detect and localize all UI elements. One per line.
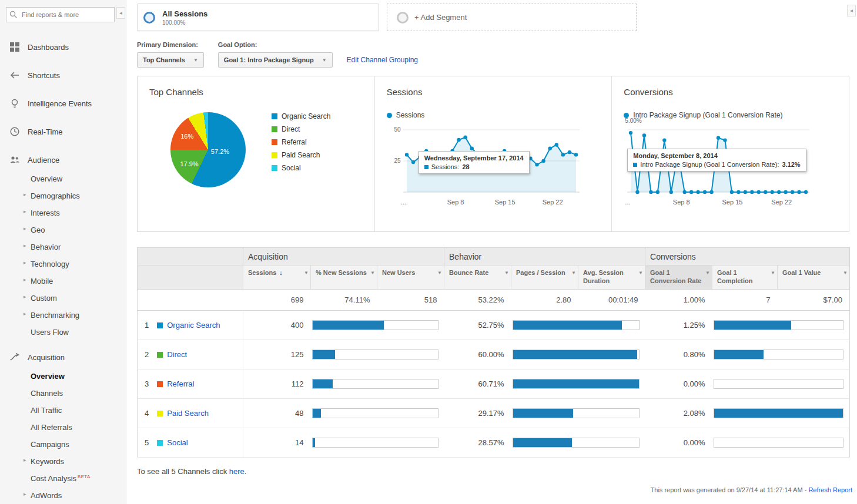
column-header-goal-conversion-rate[interactable]: Goal 1 Conversion Rate▼	[645, 266, 712, 290]
total-sessions: 699	[243, 289, 311, 310]
legend-swatch	[272, 126, 277, 132]
sidebar-item-shortcuts[interactable]: Shortcuts	[0, 61, 126, 89]
add-segment-label: + Add Segment	[414, 13, 467, 22]
sidebar-item-label: Shortcuts	[28, 71, 60, 80]
conversion-rate-value: 0.00%	[645, 369, 712, 398]
shortcuts-icon	[9, 70, 20, 80]
channel-color-swatch	[157, 322, 163, 328]
column-header-new-sessions[interactable]: % New Sessions▼	[311, 266, 377, 290]
x-axis: ... Sep 8 Sep 15 Sep 22	[627, 198, 809, 206]
chevron-down-icon: ▼	[437, 270, 442, 276]
legend-dot-icon	[387, 113, 392, 118]
table-row: 3Referral 112 60.71% 0.00%	[138, 369, 850, 398]
channel-link[interactable]: Direct	[167, 350, 187, 359]
pie-legend: Organic Search Direct Referral Paid Sear…	[272, 110, 330, 187]
dashboards-icon	[9, 42, 20, 52]
sidebar-item-acquisition-overview[interactable]: Overview	[0, 368, 126, 385]
sidebar-item-technology[interactable]: ▸Technology	[0, 256, 126, 273]
sidebar-item-real-time[interactable]: Real-Time	[0, 117, 126, 146]
sidebar-collapse-button[interactable]: ◄	[116, 7, 125, 19]
chart-tooltip: Monday, September 8, 2014 Intro Package …	[627, 149, 806, 172]
sidebar-item-keywords[interactable]: ▸Keywords	[0, 453, 126, 470]
channel-link[interactable]: Referral	[167, 379, 194, 388]
sidebar-item-adwords[interactable]: ▸AdWords	[0, 487, 126, 504]
conversion-bar-cell	[712, 428, 850, 457]
sidebar-item-users-flow[interactable]: Users Flow	[0, 324, 126, 341]
table-row: 1Organic Search 400 52.75% 1.25%	[138, 310, 850, 340]
channel-link[interactable]: Social	[167, 438, 188, 447]
sidebar-item-channels[interactable]: Channels	[0, 385, 126, 402]
sidebar-item-dashboards[interactable]: Dashboards	[0, 33, 126, 61]
y-axis-tick: 25	[387, 157, 401, 164]
sidebar-item-all-referrals[interactable]: All Referrals	[0, 419, 126, 436]
x-axis-tick: Sep 22	[543, 199, 563, 206]
search-input[interactable]	[6, 7, 115, 22]
sidebar-item-campaigns[interactable]: Campaigns	[0, 436, 126, 453]
tooltip-swatch	[424, 165, 428, 169]
legend-item: Referral	[272, 136, 330, 149]
channel-color-swatch	[157, 440, 163, 446]
chevron-down-icon: ▼	[370, 270, 375, 276]
legend-swatch	[272, 165, 277, 171]
sidebar-item-mobile[interactable]: ▸Mobile	[0, 273, 126, 290]
channel-link[interactable]: Organic Search	[167, 321, 220, 330]
report-generated-note: This report was generated on 9/27/14 at …	[126, 486, 852, 493]
legend-swatch	[272, 152, 277, 158]
edit-channel-grouping-link[interactable]: Edit Channel Grouping	[347, 56, 418, 64]
column-header-goal-completion[interactable]: Goal 1 Completion▼	[712, 266, 778, 290]
chevron-down-icon: ▼	[504, 270, 509, 276]
column-header-bounce-rate[interactable]: Bounce Rate▼	[444, 266, 511, 290]
sidebar-item-geo[interactable]: ▸Geo	[0, 221, 126, 238]
column-header-sessions[interactable]: Sessions↓▼	[243, 266, 311, 290]
bounce-bar-cell	[511, 340, 645, 369]
audience-submenu: Overview ▸Demographics ▸Interests ▸Geo ▸…	[0, 170, 126, 341]
legend-item: Social	[272, 162, 330, 174]
row-rank: 5	[145, 438, 149, 447]
channel-link[interactable]: Paid Search	[167, 409, 209, 418]
sidebar-item-acquisition[interactable]: Acquisition	[0, 343, 126, 371]
channel-cell: 2Direct	[138, 340, 243, 369]
sidebar-item-audience[interactable]: Audience	[0, 146, 126, 174]
column-header-goal-value[interactable]: Goal 1 Value▼	[778, 266, 850, 290]
sessions-value: 48	[243, 398, 311, 428]
report-search[interactable]	[6, 7, 120, 22]
sidebar-item-audience-overview[interactable]: Overview	[0, 170, 126, 187]
bounce-bar	[513, 350, 637, 359]
column-header-new-users[interactable]: New Users▼	[377, 266, 444, 290]
goal-option-label: Goal Option:	[218, 41, 333, 48]
goal-option-dropdown[interactable]: Goal 1: Intro Package Signup ▼	[218, 52, 333, 68]
conversion-bar	[714, 350, 764, 359]
channel-color-swatch	[157, 381, 163, 387]
total-conversion-rate: 1.00%	[645, 289, 712, 310]
column-header-pages-session[interactable]: Pages / Session▼	[511, 266, 578, 290]
column-header-avg-duration[interactable]: Avg. Session Duration▼	[578, 266, 645, 290]
total-goal-value: $7.00	[778, 289, 850, 310]
sidebar-item-cost-analysis[interactable]: Cost AnalysisBETA	[0, 470, 126, 487]
segment-all-sessions[interactable]: All Sessions 100.00%	[137, 4, 379, 31]
expand-arrow-icon: ▸	[24, 243, 26, 248]
sidebar-item-all-traffic[interactable]: All Traffic	[0, 402, 126, 419]
sidebar-item-demographics[interactable]: ▸Demographics	[0, 187, 126, 204]
refresh-report-link[interactable]: Refresh Report	[808, 486, 852, 493]
conversion-bar-cell	[712, 310, 850, 340]
see-all-channels-link[interactable]: here	[229, 467, 245, 476]
add-segment-button[interactable]: + Add Segment	[387, 4, 637, 31]
sidebar-item-label: Audience	[28, 156, 59, 164]
sessions-value: 14	[243, 428, 311, 457]
chevron-down-icon: ▼	[638, 270, 643, 276]
sidebar-item-custom[interactable]: ▸Custom	[0, 290, 126, 307]
bounce-rate-value: 29.17%	[444, 398, 511, 428]
chevron-down-icon: ▼	[193, 58, 198, 63]
sidebar-item-interests[interactable]: ▸Interests	[0, 204, 126, 221]
expand-arrow-icon: ▸	[24, 209, 26, 214]
channels-pie-chart[interactable]: 57.2% 17.9% 16%	[170, 112, 246, 187]
sidebar-item-intelligence-events[interactable]: Intelligence Events	[0, 89, 126, 117]
lightbulb-icon	[9, 98, 20, 109]
row-rank: 4	[145, 409, 149, 418]
chevron-down-icon: ▼	[705, 270, 710, 276]
primary-dimension-dropdown[interactable]: Top Channels ▼	[137, 52, 204, 68]
sidebar-item-benchmarking[interactable]: ▸Benchmarking	[0, 307, 126, 324]
chevron-down-icon: ▼	[322, 58, 327, 63]
legend-swatch	[272, 113, 277, 119]
sidebar-item-behavior[interactable]: ▸Behavior	[0, 238, 126, 256]
